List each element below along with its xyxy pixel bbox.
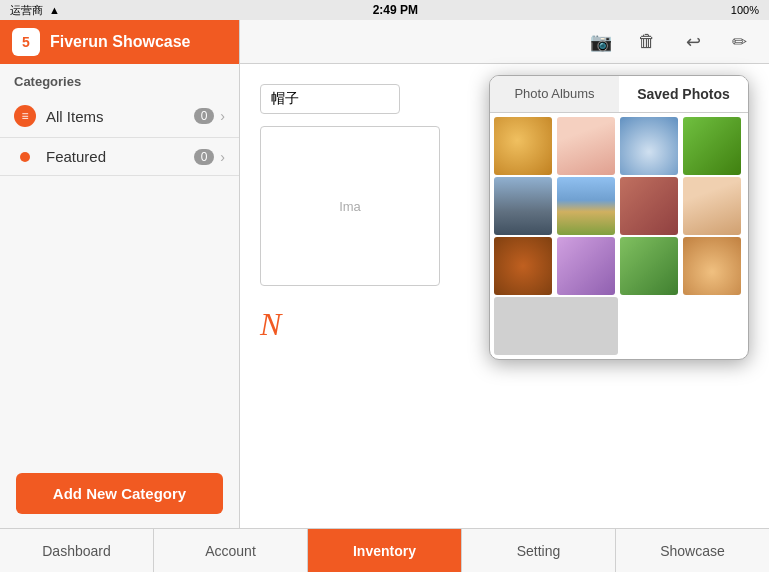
photo-11[interactable]: [620, 237, 678, 295]
categories-label: Categories: [0, 64, 239, 95]
photo-1[interactable]: [494, 117, 552, 175]
status-bar-time: 2:49 PM: [373, 3, 418, 17]
tab-bar: Dashboard Account Inventory Setting Show…: [0, 528, 769, 572]
all-items-chevron: ›: [220, 108, 225, 124]
camera-button[interactable]: 📷: [585, 26, 617, 58]
photo-2[interactable]: [557, 117, 615, 175]
status-bar-left: 运营商 ▲: [10, 3, 60, 18]
tab-setting[interactable]: Setting: [462, 529, 616, 572]
edit-button[interactable]: ✏: [723, 26, 755, 58]
toolbar: 📷 🗑 ↩ ✏: [240, 20, 769, 64]
photo-picker-header: Photo Albums Saved Photos: [490, 76, 748, 113]
tab-account[interactable]: Account: [154, 529, 308, 572]
all-items-badge: 0: [194, 108, 215, 124]
photo-12[interactable]: [683, 237, 741, 295]
tab-dashboard[interactable]: Dashboard: [0, 529, 154, 572]
main-content: 📷 🗑 ↩ ✏ Ima N Photo Albums Saved Photos: [240, 20, 769, 528]
featured-label: Featured: [46, 148, 194, 165]
back-button[interactable]: ↩: [677, 26, 709, 58]
photo-7[interactable]: [620, 177, 678, 235]
tab-dashboard-label: Dashboard: [42, 543, 111, 559]
photo-9[interactable]: [494, 237, 552, 295]
trash-button[interactable]: 🗑: [631, 26, 663, 58]
sidebar-header: 5 Fiverun Showcase: [0, 20, 239, 64]
tab-inventory[interactable]: Inventory: [308, 529, 462, 572]
battery-label: 100%: [731, 4, 759, 16]
all-items-label: All Items: [46, 108, 194, 125]
sidebar-spacer: [0, 176, 239, 459]
tab-showcase[interactable]: Showcase: [616, 529, 769, 572]
featured-chevron: ›: [220, 149, 225, 165]
sidebar-item-featured[interactable]: Featured 0 ›: [0, 138, 239, 176]
photo-grid: [490, 113, 748, 359]
status-bar: 运营商 ▲ 2:49 PM 100%: [0, 0, 769, 20]
carrier-label: 运营商: [10, 3, 43, 18]
add-category-button[interactable]: Add New Category: [16, 473, 223, 514]
photo-picker: Photo Albums Saved Photos: [489, 75, 749, 360]
photo-5[interactable]: [494, 177, 552, 235]
sidebar-title: Fiverun Showcase: [50, 33, 191, 51]
tab-saved-photos[interactable]: Saved Photos: [619, 76, 748, 112]
photo-3[interactable]: [620, 117, 678, 175]
photo-8[interactable]: [683, 177, 741, 235]
all-items-icon: ≡: [14, 105, 36, 127]
sidebar: 5 Fiverun Showcase Categories ≡ All Item…: [0, 20, 240, 528]
photo-10[interactable]: [557, 237, 615, 295]
status-bar-right: 100%: [731, 4, 759, 16]
sidebar-logo: 5: [12, 28, 40, 56]
sidebar-item-all-items[interactable]: ≡ All Items 0 ›: [0, 95, 239, 138]
tab-setting-label: Setting: [517, 543, 561, 559]
featured-badge: 0: [194, 149, 215, 165]
image-label: Ima: [339, 199, 361, 214]
featured-icon: [20, 152, 30, 162]
tab-showcase-label: Showcase: [660, 543, 725, 559]
photo-4[interactable]: [683, 117, 741, 175]
tab-inventory-label: Inventory: [353, 543, 416, 559]
wifi-icon: ▲: [49, 4, 60, 16]
name-input[interactable]: [260, 84, 400, 114]
image-area: Ima: [260, 126, 440, 286]
tab-photo-albums[interactable]: Photo Albums: [490, 76, 619, 112]
main-layout: 5 Fiverun Showcase Categories ≡ All Item…: [0, 20, 769, 528]
tab-account-label: Account: [205, 543, 256, 559]
photo-6[interactable]: [557, 177, 615, 235]
photo-13[interactable]: [494, 297, 618, 355]
